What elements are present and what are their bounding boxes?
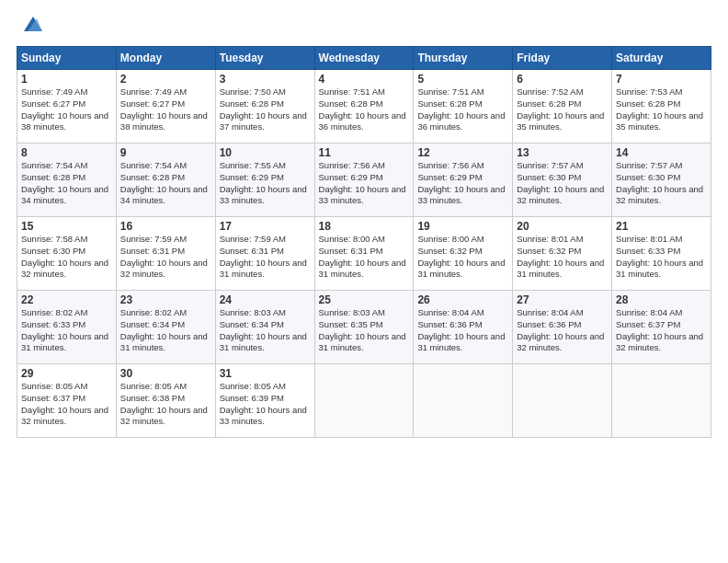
day-info: Sunrise: 7:59 AMSunset: 6:31 PMDaylight:…	[120, 234, 211, 281]
day-info: Sunrise: 8:04 AMSunset: 6:37 PMDaylight:…	[616, 307, 707, 354]
calendar-header-row: SundayMondayTuesdayWednesdayThursdayFrid…	[17, 47, 711, 70]
day-info: Sunrise: 8:02 AMSunset: 6:34 PMDaylight:…	[120, 307, 211, 354]
day-info: Sunrise: 8:04 AMSunset: 6:36 PMDaylight:…	[417, 307, 508, 354]
calendar-cell: 29Sunrise: 8:05 AMSunset: 6:37 PMDayligh…	[17, 364, 117, 438]
calendar-cell: 26Sunrise: 8:04 AMSunset: 6:36 PMDayligh…	[414, 291, 513, 364]
calendar-cell: 7Sunrise: 7:53 AMSunset: 6:28 PMDaylight…	[612, 70, 711, 144]
day-number: 15	[21, 220, 112, 233]
day-info: Sunrise: 8:00 AMSunset: 6:31 PMDaylight:…	[319, 234, 410, 281]
col-header-friday: Friday	[513, 47, 612, 70]
day-number: 13	[517, 146, 608, 159]
calendar-cell: 18Sunrise: 8:00 AMSunset: 6:31 PMDayligh…	[314, 217, 414, 291]
logo	[17, 17, 46, 39]
calendar-cell: 15Sunrise: 7:58 AMSunset: 6:30 PMDayligh…	[17, 217, 117, 291]
day-info: Sunrise: 8:05 AMSunset: 6:39 PMDaylight:…	[220, 381, 311, 428]
day-info: Sunrise: 7:54 AMSunset: 6:28 PMDaylight:…	[21, 160, 112, 207]
day-number: 5	[417, 73, 508, 86]
day-number: 19	[417, 220, 508, 233]
day-number: 24	[220, 293, 311, 306]
day-info: Sunrise: 7:50 AMSunset: 6:28 PMDaylight:…	[220, 86, 311, 133]
day-number: 6	[517, 73, 608, 86]
day-number: 30	[120, 367, 211, 380]
day-number: 22	[21, 293, 112, 306]
calendar-cell: 10Sunrise: 7:55 AMSunset: 6:29 PMDayligh…	[215, 144, 314, 217]
day-info: Sunrise: 8:01 AMSunset: 6:32 PMDaylight:…	[517, 234, 608, 281]
day-info: Sunrise: 7:57 AMSunset: 6:30 PMDaylight:…	[616, 160, 707, 207]
calendar-cell: 23Sunrise: 8:02 AMSunset: 6:34 PMDayligh…	[116, 291, 215, 364]
day-info: Sunrise: 8:01 AMSunset: 6:33 PMDaylight:…	[616, 234, 707, 281]
day-number: 25	[319, 293, 410, 306]
col-header-sunday: Sunday	[17, 47, 117, 70]
calendar-cell: 4Sunrise: 7:51 AMSunset: 6:28 PMDaylight…	[314, 70, 414, 144]
day-number: 1	[21, 73, 112, 86]
calendar-table: SundayMondayTuesdayWednesdayThursdayFrid…	[17, 46, 711, 438]
day-number: 20	[517, 220, 608, 233]
day-number: 26	[417, 293, 508, 306]
day-number: 11	[319, 146, 410, 159]
calendar-cell: 9Sunrise: 7:54 AMSunset: 6:28 PMDaylight…	[116, 144, 215, 217]
day-number: 18	[319, 220, 410, 233]
day-info: Sunrise: 8:00 AMSunset: 6:32 PMDaylight:…	[417, 234, 508, 281]
day-number: 3	[220, 73, 311, 86]
day-number: 8	[21, 146, 112, 159]
col-header-monday: Monday	[116, 47, 215, 70]
day-info: Sunrise: 7:58 AMSunset: 6:30 PMDaylight:…	[21, 234, 112, 281]
calendar-cell: 30Sunrise: 8:05 AMSunset: 6:38 PMDayligh…	[116, 364, 215, 438]
day-info: Sunrise: 7:49 AMSunset: 6:27 PMDaylight:…	[120, 86, 211, 133]
calendar-cell: 5Sunrise: 7:51 AMSunset: 6:28 PMDaylight…	[414, 70, 513, 144]
calendar-week-1: 1Sunrise: 7:49 AMSunset: 6:27 PMDaylight…	[17, 70, 711, 144]
calendar-cell: 6Sunrise: 7:52 AMSunset: 6:28 PMDaylight…	[513, 70, 612, 144]
day-info: Sunrise: 8:04 AMSunset: 6:36 PMDaylight:…	[517, 307, 608, 354]
col-header-tuesday: Tuesday	[215, 47, 314, 70]
day-info: Sunrise: 7:51 AMSunset: 6:28 PMDaylight:…	[417, 86, 508, 133]
page-container: SundayMondayTuesdayWednesdayThursdayFrid…	[0, 0, 728, 563]
day-number: 28	[616, 293, 707, 306]
calendar-cell: 12Sunrise: 7:56 AMSunset: 6:29 PMDayligh…	[414, 144, 513, 217]
day-number: 17	[220, 220, 311, 233]
calendar-cell: 21Sunrise: 8:01 AMSunset: 6:33 PMDayligh…	[612, 217, 711, 291]
day-info: Sunrise: 7:56 AMSunset: 6:29 PMDaylight:…	[417, 160, 508, 207]
day-info: Sunrise: 7:54 AMSunset: 6:28 PMDaylight:…	[120, 160, 211, 207]
calendar-week-3: 15Sunrise: 7:58 AMSunset: 6:30 PMDayligh…	[17, 217, 711, 291]
day-number: 7	[616, 73, 707, 86]
day-info: Sunrise: 7:53 AMSunset: 6:28 PMDaylight:…	[616, 86, 707, 133]
day-number: 29	[21, 367, 112, 380]
calendar-cell: 27Sunrise: 8:04 AMSunset: 6:36 PMDayligh…	[513, 291, 612, 364]
day-info: Sunrise: 7:49 AMSunset: 6:27 PMDaylight:…	[21, 86, 112, 133]
calendar-cell: 31Sunrise: 8:05 AMSunset: 6:39 PMDayligh…	[215, 364, 314, 438]
calendar-body: 1Sunrise: 7:49 AMSunset: 6:27 PMDaylight…	[17, 70, 711, 438]
day-number: 9	[120, 146, 211, 159]
day-info: Sunrise: 7:59 AMSunset: 6:31 PMDaylight:…	[220, 234, 311, 281]
day-number: 16	[120, 220, 211, 233]
calendar-cell: 17Sunrise: 7:59 AMSunset: 6:31 PMDayligh…	[215, 217, 314, 291]
calendar-cell: 24Sunrise: 8:03 AMSunset: 6:34 PMDayligh…	[215, 291, 314, 364]
day-info: Sunrise: 8:02 AMSunset: 6:33 PMDaylight:…	[21, 307, 112, 354]
day-number: 2	[120, 73, 211, 86]
calendar-cell: 11Sunrise: 7:56 AMSunset: 6:29 PMDayligh…	[314, 144, 414, 217]
day-number: 23	[120, 293, 211, 306]
calendar-week-5: 29Sunrise: 8:05 AMSunset: 6:37 PMDayligh…	[17, 364, 711, 438]
day-number: 4	[319, 73, 410, 86]
col-header-thursday: Thursday	[414, 47, 513, 70]
calendar-cell	[414, 364, 513, 438]
day-info: Sunrise: 7:56 AMSunset: 6:29 PMDaylight:…	[319, 160, 410, 207]
day-number: 10	[220, 146, 311, 159]
calendar-cell: 25Sunrise: 8:03 AMSunset: 6:35 PMDayligh…	[314, 291, 414, 364]
calendar-cell	[513, 364, 612, 438]
day-number: 21	[616, 220, 707, 233]
calendar-cell: 16Sunrise: 7:59 AMSunset: 6:31 PMDayligh…	[116, 217, 215, 291]
day-info: Sunrise: 8:05 AMSunset: 6:37 PMDaylight:…	[21, 381, 112, 428]
day-info: Sunrise: 8:05 AMSunset: 6:38 PMDaylight:…	[120, 381, 211, 428]
calendar-cell: 14Sunrise: 7:57 AMSunset: 6:30 PMDayligh…	[612, 144, 711, 217]
day-info: Sunrise: 8:03 AMSunset: 6:34 PMDaylight:…	[220, 307, 311, 354]
calendar-cell: 19Sunrise: 8:00 AMSunset: 6:32 PMDayligh…	[414, 217, 513, 291]
calendar-cell: 28Sunrise: 8:04 AMSunset: 6:37 PMDayligh…	[612, 291, 711, 364]
logo-icon	[18, 11, 46, 39]
day-info: Sunrise: 7:51 AMSunset: 6:28 PMDaylight:…	[319, 86, 410, 133]
day-number: 27	[517, 293, 608, 306]
calendar-cell: 22Sunrise: 8:02 AMSunset: 6:33 PMDayligh…	[17, 291, 117, 364]
day-info: Sunrise: 7:52 AMSunset: 6:28 PMDaylight:…	[517, 86, 608, 133]
calendar-week-4: 22Sunrise: 8:02 AMSunset: 6:33 PMDayligh…	[17, 291, 711, 364]
calendar-cell	[314, 364, 414, 438]
col-header-saturday: Saturday	[612, 47, 711, 70]
